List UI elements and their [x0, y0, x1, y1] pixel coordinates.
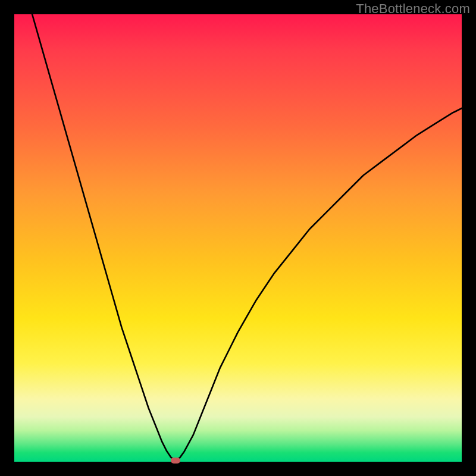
watermark-text: TheBottleneck.com	[356, 1, 470, 17]
chart-frame: TheBottleneck.com	[0, 0, 476, 476]
minimum-marker	[171, 458, 180, 464]
plot-area	[14, 14, 462, 462]
curve-path	[32, 14, 462, 461]
chart-svg	[14, 14, 462, 462]
